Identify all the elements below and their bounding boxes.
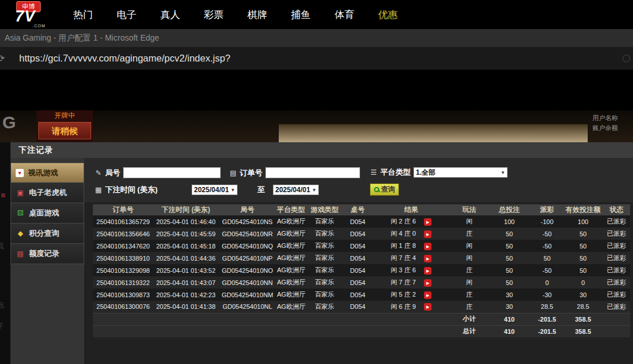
total-bet-cell: 50 bbox=[488, 228, 531, 240]
sidebar-item-label: 积分查询 bbox=[29, 228, 59, 239]
chevron-down-icon bbox=[501, 170, 505, 175]
replay-button[interactable] bbox=[424, 279, 431, 287]
column-header: 结果 bbox=[372, 204, 451, 215]
payout-cell: 28.5 bbox=[531, 301, 563, 313]
date-to-group: 2025/04/01 bbox=[273, 185, 319, 195]
replay-button[interactable] bbox=[424, 230, 431, 238]
document-icon bbox=[229, 169, 237, 177]
background-game-area: G 开牌中 请稍候 用户名称 账户余额 bbox=[0, 110, 633, 142]
subtotal-row: 小计410-201.5358.5 bbox=[93, 313, 630, 325]
valid-bet-cell: 100 bbox=[563, 215, 603, 228]
calendar-icon bbox=[95, 186, 102, 194]
time-cell: 2025-04-01 01:43:52 bbox=[153, 264, 218, 276]
status-cell: 已派彩 bbox=[603, 215, 630, 228]
payout-sum: -201.5 bbox=[531, 313, 563, 325]
time-cell: 2025-04-01 01:41:38 bbox=[153, 301, 218, 313]
background-fragment-icon bbox=[1, 193, 5, 197]
site-logo[interactable]: 申博 7V .COM bbox=[13, 0, 59, 29]
background-fragment: 戏 bbox=[0, 241, 4, 251]
nav-item[interactable]: 热门 bbox=[73, 8, 93, 21]
play-cell: 庄 bbox=[451, 301, 488, 313]
result-cell: 闲 5 庄 2 bbox=[372, 289, 451, 301]
date-from-select[interactable]: 2025/04/01 bbox=[192, 185, 238, 195]
order-cell: 250401061347620 bbox=[93, 240, 153, 252]
order-cell: 250401061319322 bbox=[93, 276, 153, 289]
date-from-group: 2025/04/01 bbox=[192, 185, 238, 195]
screen: 申博 7V .COM 热门电子真人彩票棋牌捕鱼体育优惠 Asia Gaming … bbox=[0, 0, 633, 364]
result-cell: 闲 7 庄 7 bbox=[372, 276, 451, 289]
background-left-edge: 戏 电 子 bbox=[0, 142, 10, 364]
platform-label: 平台类型 bbox=[380, 167, 411, 178]
replay-button[interactable] bbox=[424, 243, 431, 250]
nav-item[interactable]: 电子 bbox=[117, 8, 136, 21]
round-label: 局号 bbox=[105, 168, 120, 178]
sidebar-item[interactable]: ▣电子老虎机 bbox=[10, 183, 84, 203]
sidebar-item[interactable]: ▤额度记录 bbox=[10, 244, 84, 264]
table-row: 2504010613476202025-04-01 01:45:18GD0542… bbox=[93, 240, 630, 252]
sidebar-item[interactable]: ◆积分查询 bbox=[10, 224, 84, 244]
table-no-cell: D054 bbox=[344, 289, 372, 301]
nav-item[interactable]: 彩票 bbox=[204, 8, 224, 21]
platform-cell: AG欧洲厅 bbox=[276, 289, 305, 301]
replay-button[interactable] bbox=[424, 255, 431, 262]
browser-extension-icon[interactable] bbox=[623, 55, 630, 62]
search-button[interactable]: 查询 bbox=[370, 183, 399, 196]
nav-item[interactable]: 捕鱼 bbox=[291, 8, 311, 21]
round-cell: GD054254010NQ bbox=[218, 240, 276, 252]
replay-button[interactable] bbox=[424, 218, 431, 226]
panel-title: 下注记录 bbox=[10, 142, 633, 158]
sidebar-item[interactable]: ⚄桌面游戏 bbox=[10, 203, 84, 224]
nav-item[interactable]: 优惠 bbox=[378, 8, 398, 21]
order-cell: 250401061365729 bbox=[93, 215, 153, 228]
sidebar-item-label: 桌面游戏 bbox=[29, 208, 59, 218]
summary-spacer bbox=[93, 325, 451, 337]
valid-bet-cell: 50 bbox=[563, 228, 603, 240]
logo-brand: 7V bbox=[15, 8, 35, 26]
play-cell: 闲 bbox=[451, 252, 488, 264]
platform-cell: AG欧洲厅 bbox=[276, 240, 305, 252]
play-cell: 庄 bbox=[451, 289, 488, 301]
replay-button[interactable] bbox=[424, 303, 431, 311]
nav-item[interactable]: 真人 bbox=[160, 8, 180, 21]
game-cell: 百家乐 bbox=[305, 240, 344, 252]
time-label: 下注时间 (美东) bbox=[105, 185, 157, 195]
round-input[interactable] bbox=[123, 167, 221, 178]
valid-bet-cell: 50 bbox=[563, 264, 603, 276]
column-header: 下注时间 (美东) bbox=[153, 204, 218, 215]
date-to-select[interactable]: 2025/04/01 bbox=[273, 185, 319, 195]
platform-cell: AG欧洲厅 bbox=[276, 215, 305, 228]
address-bar[interactable]: https://gci.7vvvvvv.com/agingame/pcv2/in… bbox=[0, 47, 633, 70]
column-header: 局号 bbox=[218, 204, 276, 215]
column-header: 订单号 bbox=[93, 204, 153, 215]
url-text: https://gci.7vvvvvv.com/agingame/pcv2/in… bbox=[19, 53, 231, 64]
play-cell: 闲 bbox=[451, 240, 488, 252]
time-cell: 2025-04-01 01:46:40 bbox=[153, 215, 218, 228]
order-input[interactable] bbox=[265, 167, 360, 178]
round-cell: GD054254010NR bbox=[218, 228, 276, 240]
replay-button[interactable] bbox=[424, 291, 431, 299]
nav-item[interactable]: 棋牌 bbox=[247, 8, 267, 21]
platform-select[interactable]: 1.全部 bbox=[413, 167, 508, 178]
filter-bar: 局号 订单号 平台类型 1.全部 bbox=[84, 158, 633, 202]
grand_total-label: 总计 bbox=[451, 325, 488, 337]
order-cell: 250401061338910 bbox=[93, 252, 153, 264]
platform-filter: 平台类型 1.全部 bbox=[370, 167, 508, 178]
sidebar-item[interactable]: ♥视讯游戏 bbox=[10, 163, 84, 183]
time-cell: 2025-04-01 01:44:36 bbox=[153, 252, 218, 264]
result-cell: 闲 3 庄 6 bbox=[372, 264, 451, 276]
sidebar: ♥视讯游戏▣电子老虎机⚄桌面游戏◆积分查询▤额度记录 bbox=[10, 158, 84, 364]
total-bet-sum: 410 bbox=[488, 325, 531, 337]
replay-button[interactable] bbox=[424, 267, 431, 275]
round-cell: GD054254010NL bbox=[218, 301, 276, 313]
round-cell: GD054254010NO bbox=[218, 264, 276, 276]
platform-cell: AG欧洲厅 bbox=[276, 228, 305, 240]
nav-item[interactable]: 体育 bbox=[335, 8, 354, 21]
column-header: 派彩 bbox=[531, 204, 563, 215]
status-cell: 已派彩 bbox=[603, 240, 630, 252]
platform-cell: AG欧洲厅 bbox=[276, 264, 305, 276]
status-cell: 已派彩 bbox=[603, 252, 630, 264]
refresh-icon[interactable] bbox=[0, 53, 12, 64]
status-cell: 已派彩 bbox=[603, 228, 630, 240]
result-text: 闲 3 庄 6 bbox=[391, 266, 416, 273]
table-row: 2504010613566462025-04-01 01:45:59GD0542… bbox=[93, 228, 630, 240]
